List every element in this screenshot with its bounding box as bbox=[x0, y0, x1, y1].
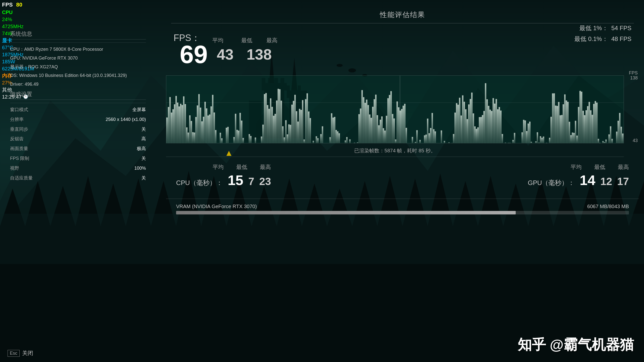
svg-rect-198 bbox=[433, 129, 435, 143]
settings-row: 画面质量极高 bbox=[10, 145, 146, 152]
svg-rect-54 bbox=[214, 112, 215, 143]
svg-rect-122 bbox=[317, 138, 319, 143]
svg-rect-276 bbox=[552, 93, 553, 143]
svg-rect-186 bbox=[415, 142, 416, 143]
svg-rect-248 bbox=[509, 143, 511, 143]
svg-rect-153 bbox=[365, 103, 366, 143]
svg-rect-159 bbox=[374, 99, 375, 143]
svg-rect-184 bbox=[412, 137, 413, 143]
esc-key[interactable]: Esc bbox=[8, 350, 20, 357]
svg-rect-58 bbox=[220, 133, 221, 143]
svg-point-18 bbox=[348, 68, 356, 72]
svg-rect-274 bbox=[549, 138, 550, 143]
svg-rect-29 bbox=[175, 96, 177, 143]
svg-rect-49 bbox=[206, 108, 208, 143]
svg-rect-34 bbox=[183, 96, 185, 143]
svg-rect-90 bbox=[268, 109, 270, 143]
svg-rect-315 bbox=[612, 139, 613, 143]
sysinfo-section: 系统信息 CPU：AMD Ryzen 7 5800X 8-Core Proces… bbox=[0, 25, 156, 95]
svg-rect-303 bbox=[593, 104, 595, 143]
svg-rect-268 bbox=[540, 136, 541, 143]
svg-rect-275 bbox=[550, 117, 552, 143]
svg-rect-68 bbox=[235, 114, 236, 143]
svg-rect-250 bbox=[512, 140, 514, 143]
svg-rect-149 bbox=[358, 114, 360, 143]
svg-rect-117 bbox=[310, 118, 311, 143]
svg-rect-322 bbox=[622, 133, 624, 143]
svg-rect-23 bbox=[166, 117, 168, 143]
svg-rect-176 bbox=[399, 111, 401, 143]
fps-stats: FPS： 平均 最低 最高 最低 1%： 54 FPS 最低 0.1%： 48 … bbox=[166, 23, 639, 67]
svg-rect-33 bbox=[182, 105, 183, 143]
cpu-min-val: 7 bbox=[248, 175, 254, 188]
svg-rect-240 bbox=[497, 109, 499, 143]
svg-rect-238 bbox=[494, 104, 496, 143]
svg-rect-130 bbox=[329, 137, 331, 143]
svg-rect-107 bbox=[294, 95, 296, 143]
svg-rect-99 bbox=[282, 126, 284, 143]
svg-rect-141 bbox=[346, 137, 348, 143]
max-col-header: 最高 bbox=[266, 37, 277, 44]
timeline-marker bbox=[226, 151, 231, 156]
svg-rect-77 bbox=[249, 134, 250, 143]
svg-rect-309 bbox=[602, 141, 604, 143]
svg-rect-290 bbox=[573, 133, 575, 143]
svg-rect-265 bbox=[535, 141, 537, 143]
gpu-ms-block: 平均 最低 最高 GPU（毫秒）： 14 12 17 bbox=[528, 163, 629, 188]
watermark: 知乎 @霸气机器猫 bbox=[518, 335, 634, 354]
svg-rect-222 bbox=[470, 99, 471, 143]
svg-rect-42 bbox=[195, 117, 197, 143]
svg-rect-133 bbox=[334, 117, 336, 143]
svg-rect-289 bbox=[572, 132, 573, 143]
cpu-max-val: 23 bbox=[259, 175, 271, 188]
svg-rect-296 bbox=[582, 111, 584, 143]
svg-rect-41 bbox=[194, 132, 195, 143]
fps-ylabel: FPS bbox=[629, 70, 638, 76]
svg-rect-67 bbox=[233, 137, 235, 143]
svg-rect-227 bbox=[477, 127, 479, 143]
svg-rect-55 bbox=[215, 130, 217, 143]
svg-rect-223 bbox=[471, 93, 473, 143]
svg-rect-277 bbox=[553, 93, 555, 143]
svg-rect-217 bbox=[462, 95, 464, 143]
svg-rect-310 bbox=[604, 142, 605, 143]
svg-rect-239 bbox=[496, 99, 497, 143]
svg-rect-221 bbox=[468, 104, 470, 143]
svg-rect-193 bbox=[425, 134, 427, 143]
svg-rect-104 bbox=[290, 125, 291, 143]
svg-rect-300 bbox=[589, 102, 590, 143]
svg-rect-171 bbox=[392, 114, 393, 143]
ms-stats-section: 平均 最低 最高 CPU（毫秒）： 15 7 23 平均 最低 最高 GPU（毫… bbox=[166, 163, 639, 188]
perf-title: 性能评估结果 bbox=[161, 8, 644, 22]
svg-rect-100 bbox=[284, 138, 285, 143]
svg-rect-305 bbox=[596, 103, 598, 143]
svg-rect-51 bbox=[209, 114, 211, 143]
svg-rect-178 bbox=[403, 106, 404, 143]
svg-rect-314 bbox=[610, 126, 611, 143]
svg-rect-175 bbox=[398, 107, 399, 143]
svg-rect-321 bbox=[621, 127, 622, 143]
svg-rect-278 bbox=[555, 106, 556, 143]
settings-title: 游戏设置 bbox=[10, 90, 146, 100]
svg-rect-52 bbox=[211, 106, 212, 143]
svg-rect-45 bbox=[200, 108, 201, 143]
svg-rect-260 bbox=[528, 123, 529, 143]
svg-rect-230 bbox=[482, 115, 483, 143]
svg-rect-106 bbox=[293, 101, 294, 143]
gpu-min-val: 12 bbox=[600, 175, 612, 188]
svg-rect-282 bbox=[561, 115, 563, 143]
svg-rect-179 bbox=[404, 104, 406, 143]
svg-rect-109 bbox=[297, 122, 299, 143]
svg-rect-232 bbox=[485, 83, 487, 143]
svg-rect-165 bbox=[383, 128, 384, 143]
svg-rect-281 bbox=[559, 115, 561, 143]
svg-rect-298 bbox=[585, 110, 587, 143]
svg-rect-91 bbox=[270, 98, 271, 143]
svg-rect-28 bbox=[174, 104, 175, 143]
svg-rect-140 bbox=[345, 141, 346, 143]
svg-rect-211 bbox=[453, 134, 454, 143]
svg-rect-156 bbox=[369, 114, 371, 143]
svg-rect-108 bbox=[296, 111, 297, 143]
avg-col-header: 平均 bbox=[212, 37, 223, 44]
svg-rect-70 bbox=[238, 131, 239, 143]
